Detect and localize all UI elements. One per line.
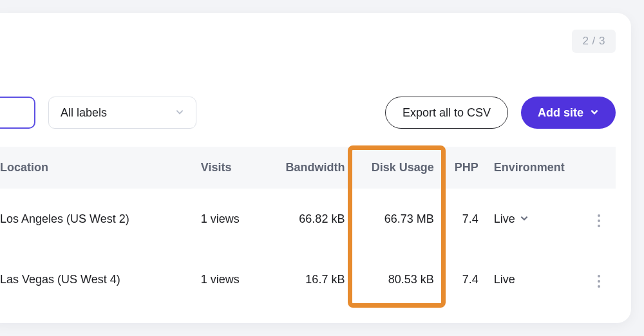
header-actions (582, 147, 616, 189)
header-disk-usage[interactable]: Disk Usage (352, 147, 445, 189)
cell-php: 7.4 (446, 189, 486, 249)
search-input-partial[interactable] (0, 97, 35, 129)
env-label: Live (494, 212, 515, 226)
chevron-down-icon (175, 106, 184, 120)
cell-php: 7.4 (446, 249, 486, 310)
sites-table: Location Visits Bandwidth Disk Usage PHP… (0, 147, 616, 310)
cell-disk-usage: 66.73 MB (352, 189, 445, 249)
cell-disk-usage: 80.53 kB (352, 249, 445, 310)
labels-filter-text: All labels (61, 106, 107, 120)
header-visits[interactable]: Visits (193, 147, 266, 189)
table-header-row: Location Visits Bandwidth Disk Usage PHP… (0, 147, 616, 189)
pagination-indicator: 2 / 3 (572, 30, 616, 53)
export-csv-label: Export all to CSV (402, 106, 491, 120)
chevron-down-icon (590, 107, 599, 118)
cell-visits: 1 views (193, 189, 266, 249)
header-environment[interactable]: Environment (486, 147, 583, 189)
sites-table-container: Location Visits Bandwidth Disk Usage PHP… (0, 147, 616, 310)
cell-location: Las Vegas (US West 4) (0, 249, 193, 310)
cell-location: Los Angeles (US West 2) (0, 189, 193, 249)
env-label: Live (494, 273, 515, 286)
cell-bandwidth: 66.82 kB (266, 189, 352, 249)
export-csv-button[interactable]: Export all to CSV (385, 97, 508, 129)
cell-bandwidth: 16.7 kB (266, 249, 352, 310)
header-php[interactable]: PHP (446, 147, 486, 189)
add-site-label: Add site (538, 106, 583, 120)
main-card: 2 / 3 All labels Export all to CSV Add s… (0, 13, 631, 323)
kebab-menu-icon[interactable] (594, 210, 605, 232)
header-location[interactable]: Location (0, 147, 193, 189)
cell-environment[interactable]: Live (486, 189, 583, 249)
add-site-button[interactable]: Add site (521, 97, 616, 129)
header-bandwidth[interactable]: Bandwidth (266, 147, 352, 189)
cell-visits: 1 views (193, 249, 266, 310)
cell-environment: Live (486, 249, 583, 310)
table-row: Las Vegas (US West 4) 1 views 16.7 kB 80… (0, 249, 616, 310)
chevron-down-icon (520, 214, 529, 225)
kebab-menu-icon[interactable] (594, 271, 605, 292)
table-row: Los Angeles (US West 2) 1 views 66.82 kB… (0, 189, 616, 249)
toolbar: All labels Export all to CSV Add site (0, 97, 616, 129)
labels-filter-select[interactable]: All labels (48, 97, 196, 129)
